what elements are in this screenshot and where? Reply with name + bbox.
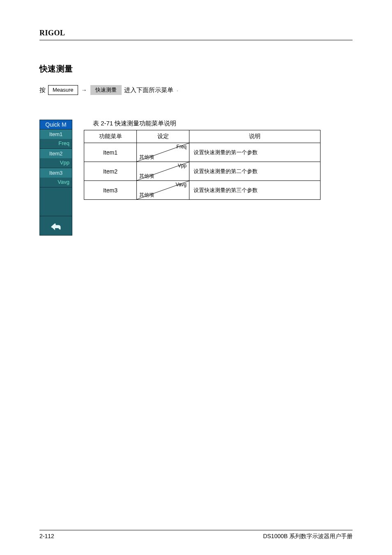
table-row: Item2 Vpp 其他项 设置快速测量的第二个参数: [84, 162, 321, 181]
softmenu-header: Quick M: [40, 120, 72, 130]
cell-menu: Item2: [84, 162, 137, 181]
table-header-menu: 功能菜单: [84, 130, 137, 143]
softmenu-item-3: Item3 Vavg: [40, 168, 72, 187]
table-wrap: 表 2-71 快速测量功能菜单说明 功能菜单 设定 说明 Item1: [84, 120, 353, 200]
return-icon: [50, 221, 62, 230]
cell-desc: 设置快速测量的第三个参数: [189, 181, 321, 200]
lead-period: 。: [176, 88, 180, 92]
cell-menu: Item3: [84, 181, 137, 200]
cell-setting-top: Vavg: [176, 182, 187, 187]
cell-setting: Freq 其他项: [137, 143, 189, 162]
table-row: Item3 Vavg 其他项 设置快速测量的第三个参数: [84, 181, 321, 200]
table-header-setting: 设定: [137, 130, 189, 143]
softmenu-item-3-label: Item3: [40, 168, 72, 178]
lead-prefix: 按: [39, 86, 46, 94]
softmenu-item-2-value: Vpp: [40, 158, 72, 168]
softmenu-return: [40, 216, 72, 235]
cell-setting-top: Freq: [176, 144, 187, 150]
svg-rect-1: [55, 226, 59, 228]
quick-measure-softkey: 快速测量: [90, 85, 122, 95]
svg-marker-0: [51, 224, 55, 230]
cell-setting: Vavg 其他项: [137, 181, 189, 200]
lead-suffix: 进入下面所示菜单: [124, 86, 173, 94]
cell-setting-bot: 其他项: [139, 173, 154, 180]
cell-menu: Item1: [84, 143, 137, 162]
measure-hardkey: Measure: [48, 85, 78, 95]
table-header-desc: 说明: [189, 130, 321, 143]
page-number: 2-112: [39, 533, 54, 540]
cell-desc: 设置快速测量的第一个参数: [189, 143, 321, 162]
cell-setting-top: Vpp: [178, 163, 187, 169]
footer-title: DS1000B 系列数字示波器用户手册: [263, 533, 353, 540]
table-header-row: 功能菜单 设定 说明: [84, 130, 321, 143]
footer-rule: [39, 530, 353, 530]
cell-setting-bot: 其他项: [139, 154, 154, 161]
softmenu-item-2: Item2 Vpp: [40, 149, 72, 168]
cell-setting: Vpp 其他项: [137, 162, 189, 181]
softmenu-item-1: Item1 Freq: [40, 130, 72, 149]
softmenu-item-2-label: Item2: [40, 149, 72, 158]
footer: 2-112 DS1000B 系列数字示波器用户手册: [39, 533, 353, 540]
softmenu-item-3-value: Vavg: [40, 178, 72, 187]
softmenu-item-1-label: Item1: [40, 130, 72, 139]
brand-label: RIGOL: [39, 29, 353, 37]
softmenu-spacer: [40, 187, 72, 216]
header-rule: [39, 40, 353, 40]
section-title: 快速测量: [39, 63, 353, 74]
softmenu-item-1-value: Freq: [40, 139, 72, 148]
table-row: Item1 Freq 其他项 设置快速测量的第一个参数: [84, 143, 321, 162]
lead-line: 按 Measure → 快速测量 进入下面所示菜单。: [39, 85, 353, 95]
arrow-right-icon: →: [81, 86, 88, 94]
softmenu: Quick M Item1 Freq Item2 Vpp Item3 Vavg: [39, 120, 72, 236]
cell-desc: 设置快速测量的第二个参数: [189, 162, 321, 181]
table-caption: 表 2-71 快速测量功能菜单说明: [84, 120, 353, 127]
quick-measure-table: 功能菜单 设定 说明 Item1 Freq 其他项: [84, 130, 321, 200]
cell-setting-bot: 其他项: [139, 192, 154, 199]
